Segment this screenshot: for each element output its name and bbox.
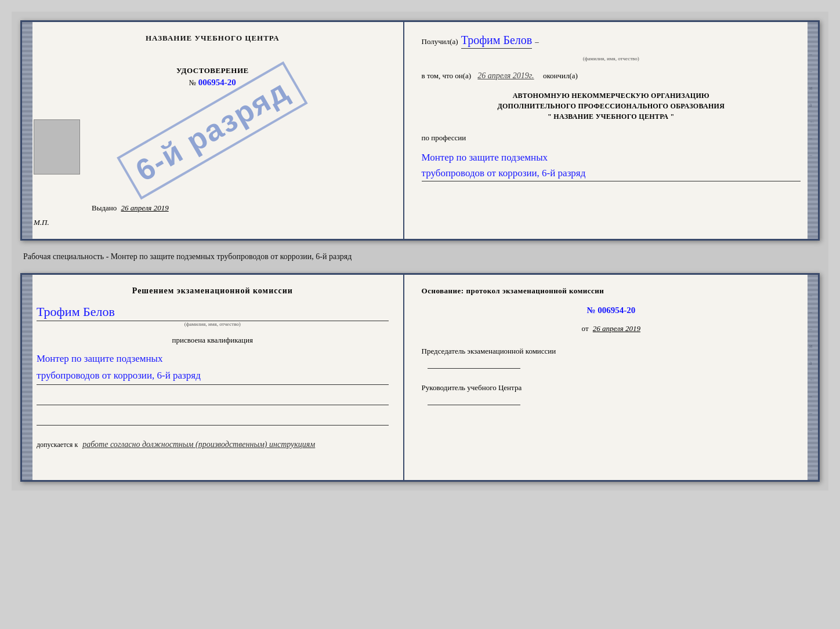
protocol-date: от 26 апреля 2019: [422, 324, 801, 333]
recipient-name-bottom: Трофим Белов: [37, 304, 389, 321]
allowed-text-block: допускается к работе согласно должностны…: [37, 440, 389, 449]
org-line1: АВТОНОМНУЮ НЕКОММЕРЧЕСКУЮ ОРГАНИЗАЦИЮ: [422, 90, 801, 101]
recipient-name-top: Трофим Белов: [461, 34, 533, 49]
name-subtitle-top: (фамилия, имя, отчество): [422, 56, 801, 61]
allowed-text-value: работе согласно должностным (производств…: [82, 440, 315, 449]
doc-number: 006954-20: [198, 78, 236, 87]
org-line3: " НАЗВАНИЕ УЧЕБНОГО ЦЕНТРА ": [422, 111, 801, 122]
qual-line1: Монтер по защите подземных: [37, 351, 389, 368]
qual-line2: трубопроводов от коррозии, 6-й разряд: [37, 368, 389, 384]
director-section: Руководитель учебного Центра: [422, 383, 801, 405]
underline-1: [37, 394, 389, 405]
school-name-top: НАЗВАНИЕ УЧЕБНОГО ЦЕНТРА: [146, 34, 280, 43]
profession-line2: трубопроводов от коррозии, 6-й разряд: [422, 165, 801, 181]
director-label: Руководитель учебного Центра: [422, 383, 801, 393]
cert-bottom-right: Основание: протокол экзаменационной коми…: [404, 275, 818, 480]
profession-label: по профессии: [422, 133, 801, 143]
border-left-bottom: [22, 275, 32, 480]
mp-label: М.П.: [34, 218, 49, 227]
assigned-label: присвоена квалификация: [37, 336, 389, 345]
basis-title: Основание: протокол экзаменационной коми…: [422, 286, 801, 296]
completed-label: окончил(а): [543, 71, 578, 80]
doc-number-prefix: №: [189, 78, 196, 87]
completion-date: 26 апреля 2019г.: [477, 71, 534, 80]
chairman-signature-line: [428, 368, 520, 369]
cert-top-left: НАЗВАНИЕ УЧЕБНОГО ЦЕНТРА УДОСТОВЕРЕНИЕ №…: [22, 22, 404, 239]
certificate-top: НАЗВАНИЕ УЧЕБНОГО ЦЕНТРА УДОСТОВЕРЕНИЕ №…: [20, 20, 820, 241]
received-label: Получил(а): [422, 37, 458, 46]
issued-date: Выдано 26 апреля 2019: [92, 203, 169, 213]
chairman-label: Председатель экзаменационной комиссии: [422, 346, 801, 357]
certificate-bottom: Решением экзаменационной комиссии Трофим…: [20, 273, 820, 482]
received-line: Получил(а) Трофим Белов –: [422, 34, 801, 49]
photo-placeholder: [34, 119, 80, 174]
page-wrapper: НАЗВАНИЕ УЧЕБНОГО ЦЕНТРА УДОСТОВЕРЕНИЕ №…: [12, 12, 828, 490]
cert-top-right: Получил(а) Трофим Белов – (фамилия, имя,…: [404, 22, 818, 239]
org-text: АВТОНОМНУЮ НЕКОММЕРЧЕСКУЮ ОРГАНИЗАЦИЮ ДО…: [422, 90, 801, 122]
middle-specialty-text: Рабочая специальность - Монтер по защите…: [20, 248, 820, 266]
protocol-number: № 006954-20: [422, 306, 801, 315]
issued-date-value: 26 апреля 2019: [121, 203, 169, 212]
underline-2: [37, 414, 389, 426]
qualification-text: Монтер по защите подземных трубопроводов…: [37, 351, 389, 385]
doc-type-label: УДОСТОВЕРЕНИЕ: [176, 66, 249, 75]
cert-bottom-left: Решением экзаменационной комиссии Трофим…: [22, 275, 404, 480]
date-prefix: от: [582, 324, 589, 333]
dash-after-name: –: [535, 37, 539, 46]
profession-text: Монтер по защите подземных трубопроводов…: [422, 150, 801, 181]
border-right: [808, 22, 818, 239]
recipient-name-block: Трофим Белов (фамилия, имя, отчество): [37, 301, 389, 327]
allowed-prefix: допускается к: [37, 441, 78, 449]
org-line2: ДОПОЛНИТЕЛЬНОГО ПРОФЕССИОНАЛЬНОГО ОБРАЗО…: [422, 101, 801, 111]
cert-number-block: УДОСТОВЕРЕНИЕ № 006954-20: [176, 66, 249, 88]
chairman-section: Председатель экзаменационной комиссии: [422, 346, 801, 369]
date-line: в том, что он(а) 26 апреля 2019г. окончи…: [422, 71, 801, 81]
in-that-label: в том, что он(а): [422, 71, 472, 80]
issued-label: Выдано: [92, 203, 117, 212]
border-right-bottom: [808, 275, 818, 480]
director-signature-line: [428, 405, 520, 405]
name-subtitle-bottom: (фамилия, имя, отчество): [37, 321, 389, 327]
profession-line1: Монтер по защите подземных: [422, 150, 801, 165]
protocol-date-value: 26 апреля 2019: [593, 324, 640, 333]
decision-title: Решением экзаменационной комиссии: [37, 286, 389, 296]
